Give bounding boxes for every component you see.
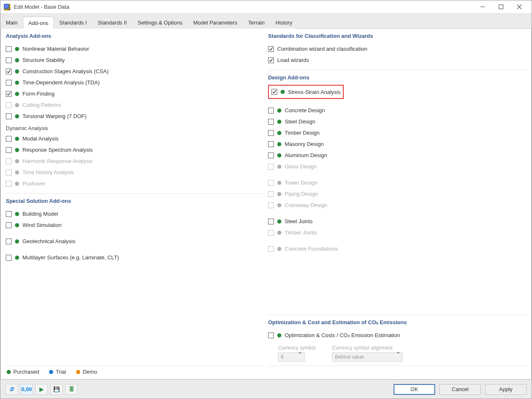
cb-multilayer[interactable] [6, 255, 12, 261]
lbl-steeljoints: Steel Joints [285, 218, 313, 224]
cb-glass [268, 164, 274, 170]
cb-response[interactable] [6, 147, 12, 153]
lbl-masonry: Masonry Design [285, 141, 324, 147]
legend-trial: Trial [56, 369, 66, 375]
cb-load-wizard[interactable] [268, 57, 274, 63]
status-icon [277, 153, 281, 158]
status-icon [277, 108, 281, 113]
ok-button[interactable]: OK [394, 384, 435, 395]
title-bar: Edit Model - Base Data [0, 0, 532, 14]
legend-purchased-icon [7, 370, 11, 374]
currency-alignment-label: Currency symbol alignment [332, 345, 403, 351]
cb-steel[interactable] [268, 119, 274, 125]
apply-button[interactable]: Apply [485, 384, 527, 395]
status-icon [15, 92, 19, 96]
lbl-response: Response Spectrum Analysis [22, 147, 93, 153]
tab-standards-1[interactable]: Standards I [54, 16, 93, 29]
cb-tda[interactable] [6, 80, 12, 86]
cb-concrete[interactable] [268, 108, 274, 113]
tab-settings[interactable]: Settings & Options [132, 16, 188, 29]
status-icon [15, 137, 19, 141]
tab-standards-2[interactable]: Standards II [92, 16, 132, 29]
status-icon [277, 192, 281, 196]
status-icon [277, 203, 281, 207]
window-buttons [473, 1, 528, 13]
cb-cutting [6, 102, 12, 108]
standards-wiz-title: Standards for Classification and Wizards [268, 33, 526, 39]
legend-demo-icon [76, 370, 80, 374]
cb-geo[interactable] [6, 239, 12, 244]
lbl-formfinding: Form-Finding [22, 91, 54, 97]
cancel-button[interactable]: Cancel [439, 384, 481, 395]
cb-optimization[interactable] [268, 332, 274, 338]
lbl-steel: Steel Design [285, 118, 315, 125]
dialog-window: Edit Model - Base Data Main Add-ons Stan… [0, 0, 532, 399]
cb-wind[interactable] [6, 222, 12, 228]
units-button[interactable]: 0,00 [20, 384, 33, 395]
cb-nonlinear[interactable] [6, 46, 12, 52]
maximize-button[interactable] [492, 1, 510, 13]
tab-main[interactable]: Main [0, 16, 23, 29]
lbl-load-wizard: Load wizards [277, 57, 309, 63]
tab-terrain[interactable]: Terrain [243, 16, 270, 29]
lbl-combo-wizard: Combination wizard and classification [277, 46, 367, 52]
minimize-button[interactable] [473, 1, 492, 13]
cb-steeljoints[interactable] [268, 219, 274, 224]
close-button[interactable] [510, 1, 528, 13]
cb-formfinding[interactable] [6, 91, 12, 97]
cb-modal[interactable] [6, 136, 12, 142]
cb-aluminum[interactable] [268, 153, 274, 158]
tab-history[interactable]: History [270, 16, 298, 29]
cb-craneway [268, 202, 274, 208]
help-button[interactable]: ② [5, 384, 18, 395]
lbl-csa: Construction Stages Analysis (CSA) [22, 68, 108, 74]
lbl-stability: Structure Stability [22, 57, 65, 63]
status-icon [15, 114, 19, 118]
cb-stability[interactable] [6, 57, 12, 63]
status-icon [15, 182, 19, 186]
app-icon [4, 4, 10, 10]
cb-harmonic [6, 158, 12, 164]
currency-symbol-select: € [278, 352, 305, 362]
cb-tower [268, 180, 274, 186]
status-icon [15, 47, 19, 51]
status-icon [281, 90, 285, 94]
tab-addons[interactable]: Add-ons [23, 17, 54, 29]
footer-toolbar: ② 0,00 ▶ 💾 🗄 [5, 384, 78, 395]
cb-csa[interactable] [6, 69, 12, 74]
status-icon [277, 142, 281, 146]
tab-bar: Main Add-ons Standards I Standards II Se… [0, 16, 532, 29]
tab-model-parameters[interactable]: Model Parameters [188, 16, 243, 29]
database-button[interactable]: 🗄 [65, 384, 78, 395]
dialog-footer: ② 0,00 ▶ 💾 🗄 OK Cancel Apply [0, 379, 532, 399]
lbl-cutting: Cutting Patterns [22, 102, 61, 108]
cb-timehistory [6, 170, 12, 175]
cb-building[interactable] [6, 211, 12, 217]
lbl-foundations: Concrete Foundations [285, 246, 338, 252]
lbl-tda: Time-Dependent Analysis (TDA) [22, 79, 100, 86]
cb-timber[interactable] [268, 130, 274, 136]
panel-analysis-addons: Analysis Add-ons Nonlinear Material Beha… [6, 33, 264, 189]
lbl-glass: Glass Design [285, 163, 317, 170]
save-button[interactable]: 💾 [50, 384, 63, 395]
cb-combo-wizard[interactable] [268, 46, 274, 52]
footer-buttons: OK Cancel Apply [394, 384, 527, 395]
cb-pushover [6, 181, 12, 187]
status-icon [277, 165, 281, 169]
script-export-button[interactable]: ▶ [35, 384, 48, 395]
chevron-down-icon [298, 354, 302, 360]
cb-masonry[interactable] [268, 141, 274, 147]
cb-torsional[interactable] [6, 113, 12, 119]
status-icon [15, 81, 19, 85]
status-icon [15, 170, 19, 175]
cb-stress-strain[interactable] [271, 89, 277, 95]
panel-design-addons: Design Add-ons Stress-Strain Analysis Co… [268, 74, 526, 254]
addons-content: Analysis Add-ons Nonlinear Material Beha… [0, 29, 532, 379]
analysis-title: Analysis Add-ons [6, 33, 264, 39]
status-icon [277, 247, 281, 251]
status-icon [15, 212, 19, 216]
status-icon [15, 239, 19, 244]
right-column: Standards for Classification and Wizards… [268, 33, 526, 362]
lbl-aluminum: Aluminum Design [285, 152, 327, 158]
design-title: Design Add-ons [268, 74, 526, 81]
